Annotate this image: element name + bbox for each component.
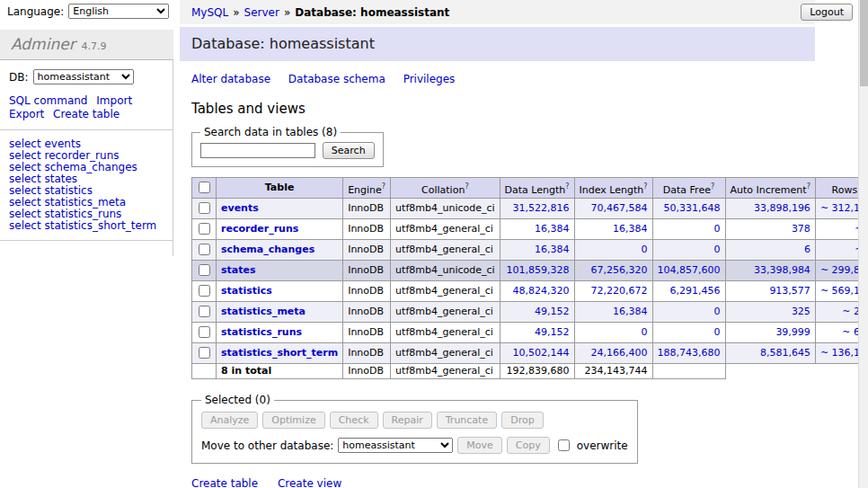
row-checkbox[interactable] [199,264,210,276]
header-engine: Engine? [343,178,391,199]
data-free-link[interactable]: 0 [714,306,721,317]
index-length-link[interactable]: 16,384 [613,306,648,317]
language-label: Language: [7,5,64,18]
table-row: recorder_runs InnoDB utf8mb4_general_ci … [192,219,868,240]
row-checkbox[interactable] [199,306,210,317]
table-name-link[interactable]: states [221,264,256,276]
create-view-link[interactable]: Create view [278,477,341,488]
data-length-link[interactable]: 16,384 [535,223,570,235]
total-data-length: 192,839,680 [500,364,574,379]
auto-increment-link[interactable]: 325 [792,306,810,317]
help-link[interactable]: ? [807,182,810,191]
table-name-link[interactable]: statistics_meta [221,306,306,317]
index-length-link[interactable]: 72,220,672 [591,285,648,297]
row-checkbox[interactable] [199,326,210,338]
select-all-checkbox[interactable] [199,182,210,193]
copy-button[interactable]: Copy [507,437,550,454]
data-length-link[interactable]: 10,502,144 [513,347,570,359]
check-button[interactable]: Check [330,412,378,429]
database-schema-link[interactable]: Database schema [288,73,385,85]
data-free-link[interactable]: 50,331,648 [664,202,721,214]
create-table-link[interactable]: Create table [53,108,120,120]
table-name-link[interactable]: statistics_runs [221,326,302,338]
help-link[interactable]: ? [565,182,569,191]
row-checkbox[interactable] [199,285,210,297]
row-checkbox[interactable] [199,223,210,235]
table-name-link[interactable]: statistics [221,285,272,297]
privileges-link[interactable]: Privileges [403,73,456,85]
main-content: Database: homeassistant Alter database D… [180,27,815,488]
row-checkbox[interactable] [199,202,210,214]
table-row: states InnoDB utf8mb4_unicode_ci 101,859… [192,261,868,281]
help-link[interactable]: ? [711,182,714,191]
move-button[interactable]: Move [457,437,502,454]
data-free-link[interactable]: 0 [714,244,721,255]
export-link[interactable]: Export [9,108,44,120]
engine-cell: InnoDB [343,302,391,323]
auto-increment-link[interactable]: 378 [792,223,810,235]
app-version: 4.7.9 [81,40,106,52]
analyze-button[interactable]: Analyze [201,412,258,429]
auto-increment-link[interactable]: 33,898,196 [754,202,810,214]
table-name-link[interactable]: recorder_runs [221,223,298,235]
drop-button[interactable]: Drop [501,412,543,429]
data-length-link[interactable]: 49,152 [535,306,570,317]
table-header-row: Table Engine? Collation? Data Length? In… [192,178,868,199]
data-length-link[interactable]: 16,384 [535,244,570,255]
data-length-link[interactable]: 101,859,328 [507,264,570,276]
help-link[interactable]: ? [382,182,385,191]
scrollbar[interactable] [858,0,868,488]
sidebar-item-select-statistics-short-term[interactable]: select statistics_short_term [9,220,164,232]
create-table-link-main[interactable]: Create table [191,477,258,488]
table-name-link[interactable]: schema_changes [221,244,314,255]
row-checkbox[interactable] [199,244,210,255]
help-link[interactable]: ? [465,182,468,191]
truncate-button[interactable]: Truncate [437,412,497,429]
auto-increment-link[interactable]: 913,577 [769,285,810,297]
data-free-link[interactable]: 188,743,680 [658,347,721,359]
logout-button[interactable]: Logout [801,4,853,21]
alter-database-link[interactable]: Alter database [191,73,270,85]
search-button[interactable]: Search [323,142,375,159]
table-name-link[interactable]: events [221,202,259,214]
move-db-select[interactable]: homeassistant [338,438,453,453]
index-length-link[interactable]: 0 [642,326,648,338]
data-length-link[interactable]: 48,824,320 [513,285,570,297]
optimize-button[interactable]: Optimize [262,412,324,429]
repair-button[interactable]: Repair [383,412,432,429]
import-link[interactable]: Import [96,94,132,107]
sql-command-link[interactable]: SQL command [9,94,87,107]
overwrite-checkbox[interactable] [558,439,570,451]
table-total-row: 8 in total InnoDB utf8mb4_general_ci 192… [192,364,868,379]
help-link[interactable]: ? [643,182,647,191]
data-free-link[interactable]: 0 [714,223,721,235]
sidebar: Adminer 4.7.9 DB: homeassistant SQL comm… [0,30,173,256]
breadcrumb-mysql-link[interactable]: MySQL [191,6,228,19]
breadcrumb-separator: » [233,6,239,19]
auto-increment-link[interactable]: 33,398,984 [754,264,810,276]
app-name[interactable]: Adminer [11,35,75,53]
data-free-link[interactable]: 0 [714,326,721,338]
db-select[interactable]: homeassistant [33,69,134,84]
auto-increment-link[interactable]: 8,581,645 [760,347,810,359]
row-checkbox[interactable] [199,347,210,359]
data-length-link[interactable]: 49,152 [535,326,570,338]
data-length-link[interactable]: 31,522,816 [513,202,570,214]
language-select[interactable]: English [68,4,169,19]
auto-increment-link[interactable]: 39,999 [775,326,810,338]
data-free-link[interactable]: 104,857,600 [658,264,721,276]
scrollbar-thumb[interactable] [860,0,868,86]
index-length-link[interactable]: 24,166,400 [591,347,648,359]
engine-cell: InnoDB [343,323,391,343]
auto-increment-link[interactable]: 6 [804,244,810,255]
overwrite-label[interactable]: overwrite [577,439,628,452]
table-name-link[interactable]: statistics_short_term [221,347,338,359]
data-free-link[interactable]: 6,291,456 [670,285,721,297]
tables-and-views-heading: Tables and views [191,101,815,117]
index-length-link[interactable]: 70,467,584 [591,202,648,214]
index-length-link[interactable]: 16,384 [613,223,648,235]
search-input[interactable] [200,143,315,158]
index-length-link[interactable]: 67,256,320 [591,264,648,276]
breadcrumb-server-link[interactable]: Server [244,6,279,19]
index-length-link[interactable]: 0 [642,244,648,255]
